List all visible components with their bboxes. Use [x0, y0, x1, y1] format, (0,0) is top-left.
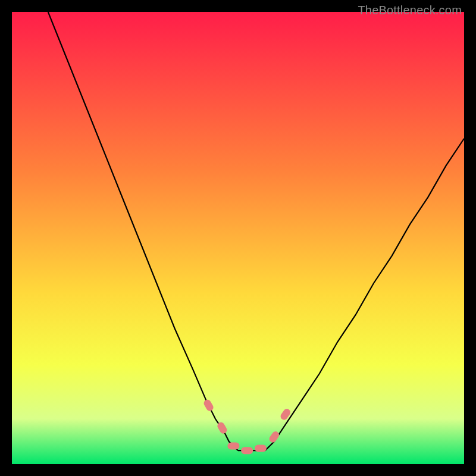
chart-frame: [12, 12, 464, 464]
bottleneck-chart: [12, 12, 464, 464]
marker-point: [241, 447, 253, 454]
marker-point: [227, 443, 239, 450]
gradient-background: [12, 12, 464, 464]
marker-point: [255, 444, 267, 452]
watermark-text: TheBottleneck.com: [358, 4, 462, 17]
